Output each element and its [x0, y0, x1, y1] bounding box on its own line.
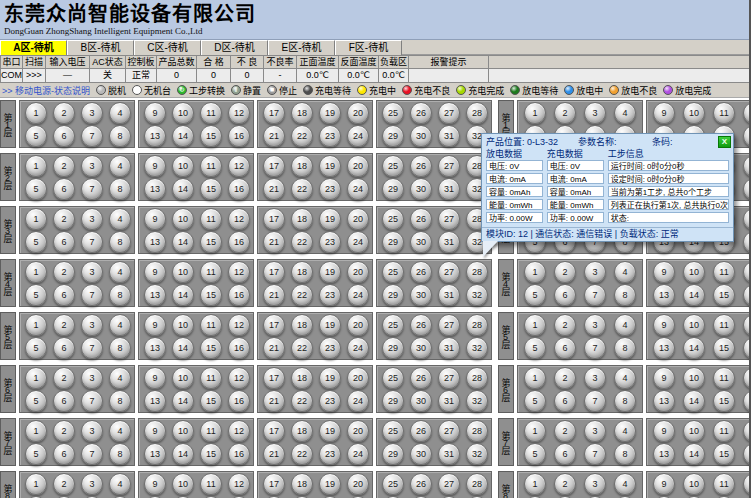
- battery-slot[interactable]: 5: [25, 178, 47, 200]
- battery-slot[interactable]: 22: [291, 178, 313, 200]
- battery-slot[interactable]: 9: [144, 155, 166, 177]
- battery-slot[interactable]: 7: [81, 178, 103, 200]
- battery-slot[interactable]: 30: [410, 284, 432, 306]
- battery-slot[interactable]: 14: [683, 443, 705, 465]
- battery-slot[interactable]: 17: [263, 314, 285, 336]
- battery-slot[interactable]: 16: [743, 443, 751, 465]
- battery-slot[interactable]: 1: [524, 102, 546, 124]
- battery-slot[interactable]: 3: [81, 261, 103, 283]
- battery-slot[interactable]: 25: [382, 314, 404, 336]
- battery-slot[interactable]: 3: [584, 261, 606, 283]
- battery-slot[interactable]: 6: [554, 284, 576, 306]
- battery-slot[interactable]: 11: [713, 261, 735, 283]
- battery-slot[interactable]: 6: [53, 284, 75, 306]
- battery-slot[interactable]: 28: [466, 473, 488, 495]
- battery-slot[interactable]: 16: [228, 390, 250, 412]
- battery-slot[interactable]: 5: [524, 443, 546, 465]
- battery-slot[interactable]: 10: [683, 314, 705, 336]
- battery-slot[interactable]: 1: [25, 102, 47, 124]
- battery-slot[interactable]: 9: [653, 314, 675, 336]
- battery-slot[interactable]: 10: [172, 473, 194, 495]
- battery-slot[interactable]: 6: [554, 337, 576, 359]
- battery-slot[interactable]: 11: [200, 473, 222, 495]
- battery-slot[interactable]: 12: [228, 473, 250, 495]
- battery-slot[interactable]: 2: [53, 420, 75, 442]
- battery-slot[interactable]: 17: [263, 155, 285, 177]
- battery-slot[interactable]: 5: [25, 125, 47, 147]
- battery-slot[interactable]: 11: [713, 102, 735, 124]
- battery-slot[interactable]: 8: [109, 231, 131, 253]
- battery-slot[interactable]: 12: [228, 155, 250, 177]
- battery-slot[interactable]: 13: [144, 443, 166, 465]
- battery-slot[interactable]: 6: [53, 178, 75, 200]
- battery-slot[interactable]: 9: [144, 208, 166, 230]
- battery-slot[interactable]: 9: [144, 102, 166, 124]
- battery-slot[interactable]: 14: [172, 390, 194, 412]
- battery-slot[interactable]: 30: [410, 443, 432, 465]
- battery-slot[interactable]: 22: [291, 125, 313, 147]
- battery-slot[interactable]: 11: [200, 367, 222, 389]
- battery-slot[interactable]: 2: [554, 420, 576, 442]
- battery-slot[interactable]: 19: [319, 261, 341, 283]
- battery-slot[interactable]: 2: [554, 261, 576, 283]
- tab-c-zone[interactable]: C区-待机: [134, 40, 201, 55]
- battery-slot[interactable]: 2: [53, 102, 75, 124]
- battery-slot[interactable]: 25: [382, 473, 404, 495]
- battery-slot[interactable]: 17: [263, 420, 285, 442]
- battery-slot[interactable]: 23: [319, 284, 341, 306]
- battery-slot[interactable]: 14: [172, 284, 194, 306]
- battery-slot[interactable]: 24: [347, 390, 369, 412]
- battery-slot[interactable]: 32: [466, 284, 488, 306]
- battery-slot[interactable]: 20: [347, 473, 369, 495]
- battery-slot[interactable]: 24: [347, 284, 369, 306]
- battery-slot[interactable]: 12: [228, 208, 250, 230]
- battery-slot[interactable]: 19: [319, 420, 341, 442]
- battery-slot[interactable]: 12: [743, 208, 751, 230]
- battery-slot[interactable]: 22: [291, 337, 313, 359]
- battery-slot[interactable]: 1: [524, 473, 546, 495]
- battery-slot[interactable]: 20: [347, 420, 369, 442]
- battery-slot[interactable]: 24: [347, 231, 369, 253]
- battery-slot[interactable]: 29: [382, 443, 404, 465]
- battery-slot[interactable]: 12: [228, 367, 250, 389]
- battery-slot[interactable]: 12: [743, 420, 751, 442]
- battery-slot[interactable]: 19: [319, 367, 341, 389]
- battery-slot[interactable]: 21: [263, 178, 285, 200]
- battery-slot[interactable]: 10: [172, 155, 194, 177]
- battery-slot[interactable]: 11: [200, 208, 222, 230]
- battery-slot[interactable]: 2: [53, 473, 75, 495]
- battery-slot[interactable]: 7: [81, 443, 103, 465]
- battery-slot[interactable]: 8: [109, 443, 131, 465]
- battery-slot[interactable]: 18: [291, 420, 313, 442]
- battery-slot[interactable]: 2: [554, 314, 576, 336]
- battery-slot[interactable]: 10: [683, 102, 705, 124]
- battery-slot[interactable]: 4: [614, 314, 636, 336]
- battery-slot[interactable]: 31: [438, 443, 460, 465]
- battery-slot[interactable]: 3: [81, 102, 103, 124]
- tab-f-zone[interactable]: F区-待机: [335, 40, 402, 55]
- battery-slot[interactable]: 9: [653, 367, 675, 389]
- battery-slot[interactable]: 1: [25, 155, 47, 177]
- battery-slot[interactable]: 18: [291, 102, 313, 124]
- battery-slot[interactable]: 25: [382, 102, 404, 124]
- battery-slot[interactable]: 13: [144, 390, 166, 412]
- battery-slot[interactable]: 15: [200, 390, 222, 412]
- battery-slot[interactable]: 6: [554, 443, 576, 465]
- battery-slot[interactable]: 1: [25, 420, 47, 442]
- battery-slot[interactable]: 19: [319, 314, 341, 336]
- battery-slot[interactable]: 31: [438, 231, 460, 253]
- battery-slot[interactable]: 11: [200, 420, 222, 442]
- battery-slot[interactable]: 8: [614, 284, 636, 306]
- battery-slot[interactable]: 28: [466, 102, 488, 124]
- battery-slot[interactable]: 21: [263, 443, 285, 465]
- battery-slot[interactable]: 22: [291, 390, 313, 412]
- battery-slot[interactable]: 3: [584, 314, 606, 336]
- battery-slot[interactable]: 27: [438, 155, 460, 177]
- battery-slot[interactable]: 10: [683, 367, 705, 389]
- battery-slot[interactable]: 1: [524, 367, 546, 389]
- battery-slot[interactable]: 23: [319, 178, 341, 200]
- battery-slot[interactable]: 16: [228, 284, 250, 306]
- battery-slot[interactable]: 9: [653, 261, 675, 283]
- battery-slot[interactable]: 7: [81, 284, 103, 306]
- battery-slot[interactable]: 11: [713, 367, 735, 389]
